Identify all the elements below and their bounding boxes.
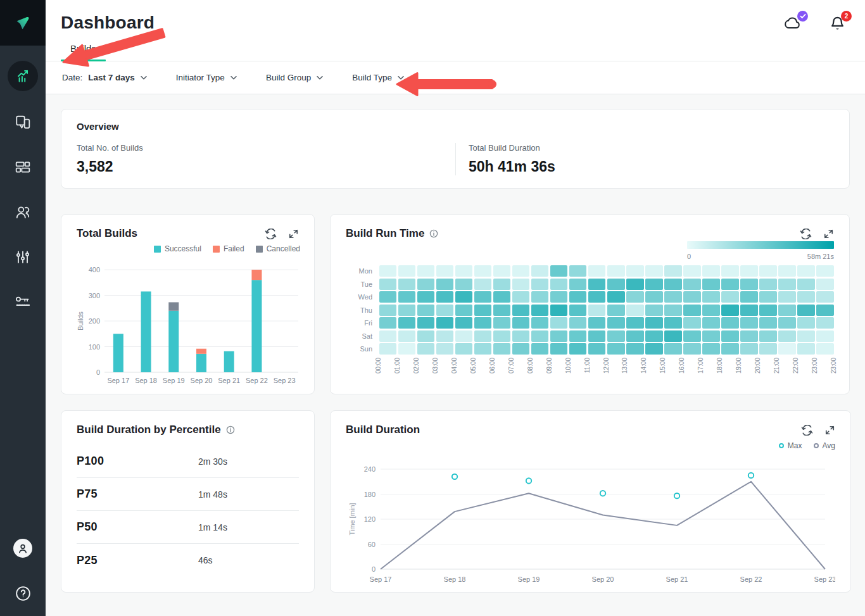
heatmap-cell [455, 265, 473, 277]
expand-icon [288, 229, 299, 239]
account-avatar[interactable] [13, 539, 32, 558]
percentile-label: P25 [77, 554, 198, 567]
heatmap-cell [664, 330, 682, 342]
heatmap-hour-label: 21:00 [773, 358, 780, 374]
svg-text:Sep 19: Sep 19 [518, 575, 540, 583]
legend-item-max[interactable]: Max [779, 441, 802, 450]
card-title-text: Build Run Time [346, 227, 424, 240]
brand-logo[interactable] [0, 0, 46, 46]
filter-initiator-type[interactable]: Initiator Type [176, 73, 237, 82]
legend-item-successful[interactable]: Successful [154, 244, 201, 253]
heatmap-cell [569, 265, 587, 277]
percentile-row-p25: P2546s [77, 544, 299, 577]
heatmap-color-scale: 0 58m 21s [687, 241, 834, 260]
info-icon[interactable] [429, 229, 438, 238]
heatmap-hour-label: 14:00 [640, 358, 647, 374]
filter-label: Initiator Type [176, 73, 225, 82]
svg-text:Sep 21: Sep 21 [218, 377, 240, 384]
bar-segment-successful [113, 334, 123, 372]
heatmap-cell [493, 330, 511, 342]
bar-segment-cancelled [168, 302, 179, 310]
build-run-time-heatmap[interactable]: MonTueWedThuFriSatSun [346, 265, 834, 355]
heatmap-hour-label: 19:00 [735, 358, 742, 374]
api-key-icon [15, 294, 31, 310]
card-title: Build Run Time [346, 227, 438, 240]
heatmap-cell [759, 279, 777, 290]
filter-build-type[interactable]: Build Type [352, 73, 404, 82]
heatmap-cell [379, 330, 397, 342]
cloud-status-button[interactable] [783, 15, 802, 35]
sidebar-item-apps[interactable] [15, 114, 31, 130]
build-duration-line-chart[interactable]: 060120180240Time [min]Sep 17Sep 18Sep 19… [346, 450, 835, 589]
heatmap-cell [607, 330, 625, 342]
svg-text:0: 0 [372, 565, 376, 573]
percentile-row-p100: P1002m 30s [77, 445, 299, 478]
heatmap-cell [797, 330, 815, 342]
max-point [526, 478, 531, 483]
heatmap-cell [455, 305, 473, 316]
expand-icon [823, 229, 834, 239]
heatmap-hour-label: 17:00 [697, 358, 704, 374]
heatmap-cell [436, 305, 454, 316]
app-root: Dashboard [0, 0, 865, 616]
metric-total-builds: Total No. of Builds 3,582 [77, 143, 455, 175]
legend-item-avg[interactable]: Avg [814, 441, 835, 450]
filter-date[interactable]: Date:Last 7 days [62, 73, 147, 82]
heatmap-cell [683, 279, 701, 290]
heatmap-cell [702, 343, 720, 355]
legend-item-cancelled[interactable]: Cancelled [256, 244, 300, 253]
heatmap-cell [455, 279, 473, 290]
heatmap-cell [455, 291, 473, 303]
bar-segment-successful [251, 280, 262, 372]
heatmap-cell [512, 279, 530, 290]
sidebar-item-users[interactable] [15, 204, 31, 220]
legend-ring [779, 443, 784, 448]
build-duration-card: Build Duration MaxAvg 060120180240Time [… [330, 410, 851, 593]
heatmap-cell [512, 330, 530, 342]
card-actions [265, 229, 299, 239]
heatmap-hour-label: 06:00 [489, 358, 496, 374]
heatmap-cell [550, 305, 568, 316]
heatmap-hour-label: 02:00 [413, 358, 420, 374]
content: Overview Total No. of Builds 3,582 Total… [46, 94, 865, 616]
topbar: Dashboard [46, 0, 865, 61]
refresh-button[interactable] [801, 425, 813, 436]
heatmap-cell [417, 343, 435, 355]
sidebar-item-dashboards[interactable] [15, 159, 31, 175]
help-button[interactable] [15, 585, 32, 602]
tab-builds[interactable]: Builds [61, 43, 106, 61]
bar-segment-failed [196, 349, 206, 354]
heatmap-cell [550, 265, 568, 277]
total-builds-bar-chart[interactable]: 0100200300400BuildsSep 17Sep 18Sep 19Sep… [77, 255, 300, 387]
tabs: Builds [46, 43, 865, 61]
refresh-button[interactable] [800, 229, 812, 239]
heatmap-cell [778, 279, 796, 290]
svg-text:400: 400 [89, 266, 100, 273]
heatmap-hour-label: 09:00 [546, 358, 553, 374]
sidebar-item-insights[interactable] [8, 61, 38, 91]
refresh-icon [801, 425, 813, 436]
svg-text:Sep 17: Sep 17 [107, 377, 129, 384]
filter-build-group[interactable]: Build Group [266, 73, 323, 82]
notifications-button[interactable]: 2 [829, 15, 846, 35]
heatmap-cell [626, 343, 644, 355]
heatmap-cell [797, 317, 815, 329]
legend-item-failed[interactable]: Failed [213, 244, 244, 253]
refresh-icon [800, 229, 812, 239]
card-title: Build Duration by Percentile [77, 424, 235, 436]
heatmap-cell [645, 265, 663, 277]
info-icon[interactable] [226, 425, 235, 434]
svg-text:Sep 18: Sep 18 [135, 377, 157, 384]
expand-button[interactable] [824, 425, 835, 436]
sidebar-item-settings[interactable] [15, 249, 31, 265]
heatmap-cell [569, 330, 587, 342]
expand-button[interactable] [823, 229, 834, 239]
sidebar-item-api-keys[interactable] [15, 294, 31, 310]
legend-swatch [213, 246, 220, 253]
expand-button[interactable] [288, 229, 299, 239]
refresh-button[interactable] [265, 229, 277, 239]
help-question-icon [15, 585, 32, 602]
heatmap-cell [645, 279, 663, 290]
heatmap-cell [474, 265, 492, 277]
heatmap-cell [588, 265, 606, 277]
